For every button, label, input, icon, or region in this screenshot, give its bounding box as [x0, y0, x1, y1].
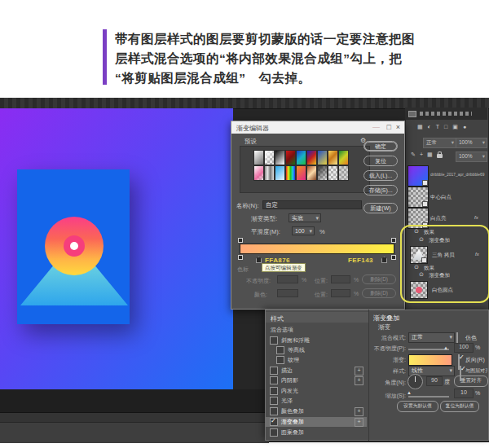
gradient-preset-swatch[interactable] [317, 150, 328, 165]
lock-transparency-icon[interactable]: ▦ [427, 152, 433, 158]
style-item-bevel[interactable]: 斜面和浮雕 [266, 336, 367, 345]
gradient-bar[interactable] [240, 244, 394, 254]
maximize-button[interactable]: □ [387, 123, 391, 132]
style-item-gradient-overlay[interactable]: 渐变叠加 + [266, 417, 367, 427]
set-default-button[interactable]: 设置为默认值 [397, 401, 438, 412]
opacity-stop-left[interactable] [238, 238, 243, 243]
eye-icon[interactable]: ⊙ [419, 236, 424, 243]
minimize-button[interactable]: — [372, 123, 380, 132]
style-item-inner-glow[interactable]: 内发光 [266, 386, 367, 396]
load-button[interactable]: 载入(L)... [363, 170, 398, 181]
eye-icon[interactable]: ⊙ [414, 264, 419, 270]
checkbox[interactable] [276, 346, 284, 354]
eye-icon[interactable]: ⊙ [419, 271, 424, 278]
delete-color-stop-button[interactable]: 删除(D) [362, 288, 396, 298]
opacity-value[interactable]: 100 [454, 343, 474, 353]
dialog-titlebar[interactable]: 渐变编辑器 — □ × [231, 121, 404, 134]
angle-value[interactable]: 90 [426, 376, 443, 386]
checkbox[interactable] [270, 428, 278, 437]
angle-dial[interactable] [408, 374, 423, 389]
stop-location-input[interactable] [331, 275, 350, 283]
scale-slider[interactable] [408, 396, 449, 397]
layer-name[interactable]: 白点亮 [430, 215, 447, 222]
gradient-preset-swatch[interactable] [306, 150, 317, 165]
layer-name[interactable]: 白色圆点 [432, 287, 453, 294]
checkbox[interactable] [276, 356, 284, 364]
opacity-slider-handle[interactable]: ▲ [443, 345, 448, 350]
fx-badge[interactable]: fx [474, 215, 478, 220]
gradient-preset-swatch[interactable] [328, 150, 338, 165]
checkbox[interactable] [270, 367, 278, 375]
color-stop-right[interactable] [391, 255, 396, 260]
scale-value[interactable]: 10 [454, 389, 474, 398]
gradient-type-dropdown[interactable]: 实底 [289, 213, 321, 222]
ok-button[interactable]: 确定 [363, 141, 398, 152]
layer-thumbnail-checker[interactable] [408, 187, 429, 208]
style-item-color-overlay[interactable]: 颜色叠加 + [266, 406, 367, 416]
lock-brush-icon[interactable]: ✎ [411, 152, 416, 158]
gradient-preset-swatch[interactable] [285, 165, 296, 181]
gradient-preset-swatch[interactable] [264, 150, 275, 165]
color-stop-left[interactable] [238, 255, 243, 260]
gradient-preset-swatch[interactable] [275, 165, 285, 181]
add-effect-button[interactable]: + [355, 407, 363, 416]
layer-name[interactable]: 三角 拷贝 [432, 252, 455, 259]
layer-thumbnail-artwork[interactable] [408, 165, 429, 187]
blending-options-item[interactable]: 混合选项 [271, 326, 293, 334]
scale-slider-handle[interactable]: ▲ [407, 390, 412, 395]
reset-default-button[interactable]: 复位为默认值 [440, 401, 479, 412]
new-button[interactable]: 新建(W) [363, 203, 398, 213]
gradient-preset-swatch[interactable] [296, 165, 306, 181]
canvas[interactable] [0, 108, 233, 389]
layer-thumbnail-dot[interactable] [410, 281, 428, 299]
lock-all-icon[interactable] [437, 154, 443, 158]
gradient-preset-swatch[interactable] [317, 165, 328, 181]
opacity-dropdown[interactable]: 100% [456, 138, 487, 148]
style-item-contour[interactable]: 等高线 [266, 345, 367, 355]
layer-thumbnail-triangle[interactable] [410, 246, 428, 264]
layer-name[interactable]: dribbble_2017_apr_dribbble69 [430, 173, 486, 177]
gradient-preset-swatch[interactable] [328, 165, 338, 181]
layers-panel-tab[interactable] [405, 108, 487, 120]
save-button[interactable]: 存储(S)... [363, 185, 398, 195]
stop-color-swatch[interactable] [277, 289, 298, 297]
add-effect-button[interactable]: + [355, 376, 363, 385]
gradient-preset-swatch[interactable] [264, 165, 275, 181]
blend-mode-select[interactable]: 正常 [408, 332, 455, 343]
blend-mode-dropdown[interactable]: 正常 [423, 138, 456, 148]
gradient-preset-swatch[interactable] [296, 150, 306, 165]
checkbox[interactable] [270, 418, 278, 426]
effect-gradient-overlay[interactable]: 渐变叠加 [429, 272, 450, 279]
gradient-preset-swatch[interactable] [338, 150, 349, 165]
checkbox[interactable] [270, 387, 278, 395]
lock-move-icon[interactable]: + [420, 152, 423, 157]
layer-filter-icons[interactable]: ▦◐T□▣● [417, 124, 471, 130]
opacity-stop-right[interactable] [391, 238, 396, 243]
fill-dropdown[interactable]: 100% [456, 152, 487, 162]
poster-card[interactable] [17, 169, 130, 324]
reset-button[interactable]: 复位 [363, 156, 398, 166]
checkbox[interactable] [270, 376, 278, 384]
checkbox[interactable] [270, 407, 278, 415]
style-item-inner-shadow[interactable]: 内阴影 + [266, 376, 367, 385]
checkbox[interactable] [270, 336, 278, 345]
fx-badge[interactable]: fx [475, 252, 479, 257]
close-button[interactable]: × [396, 123, 400, 132]
checkbox[interactable] [270, 397, 278, 405]
add-effect-button[interactable]: + [355, 418, 363, 427]
gradient-preset-swatch[interactable] [285, 150, 296, 165]
gradient-preset-swatch[interactable] [275, 150, 285, 165]
layer-thumbnail-checker[interactable] [408, 208, 429, 229]
layer-name[interactable]: 中心白点 [430, 194, 452, 201]
gradient-preset-swatch[interactable] [253, 165, 264, 181]
effect-gradient-overlay[interactable]: 渐变叠加 [429, 237, 450, 244]
smoothness-dropdown[interactable]: 100 [292, 226, 315, 235]
gradient-preset-swatch[interactable] [253, 150, 264, 165]
name-input[interactable]: 自定 [262, 200, 362, 209]
add-effect-button[interactable]: + [355, 367, 363, 376]
gradient-preset-swatch[interactable] [306, 165, 317, 181]
stop-opacity-input[interactable] [277, 275, 298, 283]
delete-opacity-stop-button[interactable]: 删除(D) [362, 275, 396, 284]
style-item-stroke[interactable]: 描边 + [266, 366, 367, 376]
stop-location-input[interactable] [331, 289, 350, 297]
